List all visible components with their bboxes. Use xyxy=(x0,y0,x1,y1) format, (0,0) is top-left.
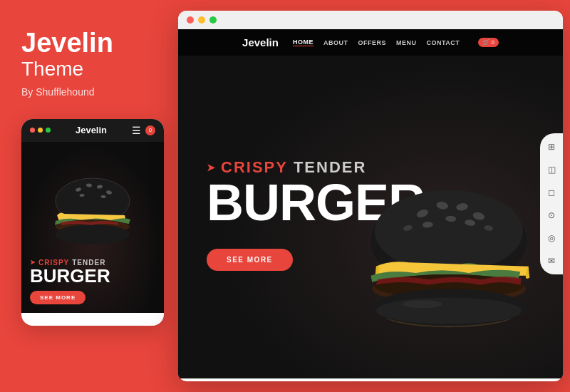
desktop-top-bar xyxy=(178,11,563,29)
toolbar-grid-icon[interactable]: ⊞ xyxy=(544,139,559,155)
mobile-nav-icons: ☰ 0 xyxy=(132,125,155,136)
mobile-top-bar: Jevelin ☰ 0 xyxy=(21,119,164,142)
svg-point-8 xyxy=(56,225,130,244)
desktop-mockup: Jevelin HOME ABOUT OFFERS MENU CONTACT 🛒… xyxy=(178,11,563,381)
desktop-toolbar: ⊞ ◫ ◻ ⊙ ◎ ✉ xyxy=(540,133,563,274)
mobile-burger-text: BURGER xyxy=(30,267,155,285)
brand-title: Jevelin Theme xyxy=(21,29,113,86)
nav-link-menu[interactable]: MENU xyxy=(396,39,417,46)
toolbar-mail-icon[interactable]: ✉ xyxy=(544,253,559,269)
desktop-dot-red[interactable] xyxy=(187,16,194,24)
mobile-dots xyxy=(30,128,51,133)
svg-point-26 xyxy=(376,297,522,324)
desktop-nav-links: HOME ABOUT OFFERS MENU CONTACT 🛒 0 xyxy=(293,38,499,47)
toolbar-target-icon[interactable]: ◎ xyxy=(544,230,559,246)
mobile-cart-badge[interactable]: 0 xyxy=(145,125,155,135)
desktop-logo: Jevelin xyxy=(242,36,279,48)
mobile-burger-image xyxy=(46,174,139,252)
desktop-dot-yellow[interactable] xyxy=(198,16,205,24)
desktop-burger-image xyxy=(356,179,542,350)
mobile-dot-yellow xyxy=(38,128,43,133)
mobile-mockup: Jevelin ☰ 0 xyxy=(21,119,164,326)
desktop-cart-icon[interactable]: 🛒 0 xyxy=(478,38,499,47)
toolbar-layers-icon[interactable]: ◫ xyxy=(544,162,559,177)
mobile-hero-text: ➤ CRISPY TENDER BURGER SEE MORE xyxy=(30,259,155,304)
mobile-dot-green xyxy=(46,128,51,133)
desktop-dot-green[interactable] xyxy=(209,16,217,24)
desktop-burger-svg xyxy=(356,175,542,354)
nav-link-about[interactable]: ABOUT xyxy=(323,39,348,46)
desktop-browser-body: Jevelin HOME ABOUT OFFERS MENU CONTACT 🛒… xyxy=(178,29,563,378)
desktop-see-more-button[interactable]: SEE MORE xyxy=(207,249,293,271)
desktop-navbar: Jevelin HOME ABOUT OFFERS MENU CONTACT 🛒… xyxy=(178,29,563,56)
nav-link-contact[interactable]: CONTACT xyxy=(426,39,460,46)
toolbar-circle-icon[interactable]: ⊙ xyxy=(544,207,559,223)
mobile-see-more-button[interactable]: SEE MORE xyxy=(30,291,86,304)
nav-link-home[interactable]: HOME xyxy=(293,38,314,46)
arrow-icon: ➤ xyxy=(207,162,215,173)
mobile-dot-red xyxy=(30,128,35,133)
svg-point-11 xyxy=(375,190,523,272)
brand-by: By Shufflehound xyxy=(21,86,95,98)
mobile-logo: Jevelin xyxy=(76,125,107,135)
mobile-hero: ➤ CRISPY TENDER BURGER SEE MORE xyxy=(21,142,164,313)
svg-point-27 xyxy=(403,300,442,308)
toolbar-square-icon[interactable]: ◻ xyxy=(544,185,559,200)
left-panel: Jevelin Theme By Shufflehound Jevelin ☰ … xyxy=(0,0,175,392)
nav-link-offers[interactable]: OFFERS xyxy=(358,39,386,46)
hamburger-icon[interactable]: ☰ xyxy=(132,125,141,136)
